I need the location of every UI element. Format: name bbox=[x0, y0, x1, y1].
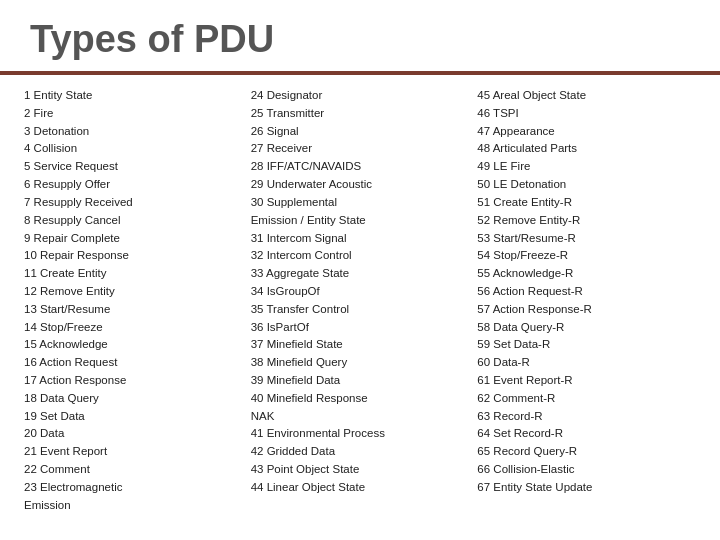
list-item: 51 Create Entity-R bbox=[477, 194, 696, 212]
list-item: 18 Data Query bbox=[24, 390, 243, 408]
list-item: 61 Event Report-R bbox=[477, 372, 696, 390]
column-3: 45 Areal Object State46 TSPI47 Appearanc… bbox=[473, 85, 700, 530]
list-item: 22 Comment bbox=[24, 461, 243, 479]
list-item: 32 Intercom Control bbox=[251, 247, 470, 265]
list-item: Emission bbox=[24, 497, 243, 515]
list-item: 7 Resupply Received bbox=[24, 194, 243, 212]
list-item: 55 Acknowledge-R bbox=[477, 265, 696, 283]
column-1: 1 Entity State2 Fire3 Detonation4 Collis… bbox=[20, 85, 247, 530]
list-item: 27 Receiver bbox=[251, 140, 470, 158]
list-item: 20 Data bbox=[24, 425, 243, 443]
list-item: 31 Intercom Signal bbox=[251, 230, 470, 248]
column-2: 24 Designator25 Transmitter26 Signal27 R… bbox=[247, 85, 474, 530]
list-item: 67 Entity State Update bbox=[477, 479, 696, 497]
list-item: 38 Minefield Query bbox=[251, 354, 470, 372]
list-item: 30 Supplemental bbox=[251, 194, 470, 212]
list-item: 46 TSPI bbox=[477, 105, 696, 123]
list-item: 3 Detonation bbox=[24, 123, 243, 141]
list-item: 23 Electromagnetic bbox=[24, 479, 243, 497]
list-item: 5 Service Request bbox=[24, 158, 243, 176]
list-item: 17 Action Response bbox=[24, 372, 243, 390]
list-item: 64 Set Record-R bbox=[477, 425, 696, 443]
slide-header: Types of PDU bbox=[0, 0, 720, 75]
list-item: 13 Start/Resume bbox=[24, 301, 243, 319]
list-item: 57 Action Response-R bbox=[477, 301, 696, 319]
columns-wrapper: 1 Entity State2 Fire3 Detonation4 Collis… bbox=[20, 85, 700, 530]
list-item: 44 Linear Object State bbox=[251, 479, 470, 497]
list-item: 8 Resupply Cancel bbox=[24, 212, 243, 230]
list-item: 35 Transfer Control bbox=[251, 301, 470, 319]
list-item: 34 IsGroupOf bbox=[251, 283, 470, 301]
list-item: 25 Transmitter bbox=[251, 105, 470, 123]
list-item: 15 Acknowledge bbox=[24, 336, 243, 354]
list-item: 1 Entity State bbox=[24, 87, 243, 105]
list-item: 6 Resupply Offer bbox=[24, 176, 243, 194]
list-item: 16 Action Request bbox=[24, 354, 243, 372]
list-item: 12 Remove Entity bbox=[24, 283, 243, 301]
slide: Types of PDU 1 Entity State2 Fire3 Deton… bbox=[0, 0, 720, 540]
list-item: 33 Aggregate State bbox=[251, 265, 470, 283]
list-item: 29 Underwater Acoustic bbox=[251, 176, 470, 194]
list-item: 54 Stop/Freeze-R bbox=[477, 247, 696, 265]
list-item: 43 Point Object State bbox=[251, 461, 470, 479]
list-item: 36 IsPartOf bbox=[251, 319, 470, 337]
list-item: 37 Minefield State bbox=[251, 336, 470, 354]
list-item: 2 Fire bbox=[24, 105, 243, 123]
list-item: 45 Areal Object State bbox=[477, 87, 696, 105]
list-item: Emission / Entity State bbox=[251, 212, 470, 230]
list-item: 63 Record-R bbox=[477, 408, 696, 426]
list-item: 14 Stop/Freeze bbox=[24, 319, 243, 337]
list-item: 9 Repair Complete bbox=[24, 230, 243, 248]
list-item: 41 Environmental Process bbox=[251, 425, 470, 443]
list-item: 21 Event Report bbox=[24, 443, 243, 461]
list-item: 53 Start/Resume-R bbox=[477, 230, 696, 248]
list-item: 58 Data Query-R bbox=[477, 319, 696, 337]
list-item: NAK bbox=[251, 408, 470, 426]
list-item: 50 LE Detonation bbox=[477, 176, 696, 194]
list-item: 52 Remove Entity-R bbox=[477, 212, 696, 230]
list-item: 39 Minefield Data bbox=[251, 372, 470, 390]
list-item: 19 Set Data bbox=[24, 408, 243, 426]
list-item: 4 Collision bbox=[24, 140, 243, 158]
list-item: 28 IFF/ATC/NAVAIDS bbox=[251, 158, 470, 176]
list-item: 48 Articulated Parts bbox=[477, 140, 696, 158]
list-item: 59 Set Data-R bbox=[477, 336, 696, 354]
list-item: 40 Minefield Response bbox=[251, 390, 470, 408]
list-item: 62 Comment-R bbox=[477, 390, 696, 408]
slide-content: 1 Entity State2 Fire3 Detonation4 Collis… bbox=[0, 75, 720, 540]
list-item: 60 Data-R bbox=[477, 354, 696, 372]
list-item: 47 Appearance bbox=[477, 123, 696, 141]
page-title: Types of PDU bbox=[30, 18, 690, 61]
list-item: 42 Gridded Data bbox=[251, 443, 470, 461]
list-item: 24 Designator bbox=[251, 87, 470, 105]
list-item: 66 Collision-Elastic bbox=[477, 461, 696, 479]
list-item: 11 Create Entity bbox=[24, 265, 243, 283]
list-item: 49 LE Fire bbox=[477, 158, 696, 176]
list-item: 65 Record Query-R bbox=[477, 443, 696, 461]
list-item: 10 Repair Response bbox=[24, 247, 243, 265]
list-item: 56 Action Request-R bbox=[477, 283, 696, 301]
list-item: 26 Signal bbox=[251, 123, 470, 141]
